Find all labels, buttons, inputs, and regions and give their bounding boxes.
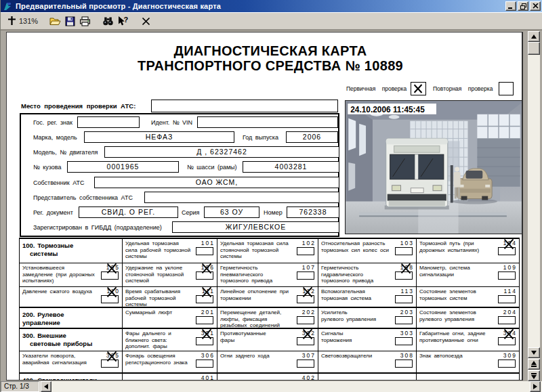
close-icon (533, 3, 539, 9)
item-code: 109 (495, 264, 517, 271)
scroll-up-button[interactable] (528, 31, 540, 42)
item-code-block: 306 (193, 352, 213, 368)
find-button[interactable] (100, 14, 115, 28)
prev-page-button[interactable] (528, 359, 540, 370)
item-code: 108 (392, 264, 414, 271)
check-item-cell: Габаритные огни, задние противотуманные … (416, 329, 519, 351)
result-box (498, 295, 516, 303)
check-item-cell: Герметичность пневматического тормозного… (217, 263, 318, 286)
result-box (395, 337, 413, 345)
item-code-block: 201 (193, 309, 213, 324)
check-item-cell: Усилитель рулевого управления203 (318, 308, 416, 328)
cell-label: 200. Рулевое управление (20, 308, 122, 326)
next-page-button[interactable] (528, 370, 540, 381)
scroll-down-button[interactable] (528, 347, 540, 358)
cell-label (318, 374, 416, 375)
minimize-button[interactable] (505, 1, 516, 11)
vertical-scrollbar[interactable] (528, 31, 540, 381)
svg-text:?: ? (123, 16, 128, 24)
number-value: 762338 (287, 206, 339, 218)
check-item-cell: Удержание на уклоне стояночной тормозной… (122, 263, 217, 286)
item-code: 203 (392, 309, 414, 315)
item-code: 305 (98, 352, 120, 359)
gibdd-value: ЖИГУЛЕВСКОЕ (172, 221, 339, 233)
result-box (297, 316, 314, 324)
item-code-block: 102 (294, 240, 314, 255)
item-code: 111 (193, 288, 215, 295)
item-code-block: 309 (495, 352, 516, 368)
result-box (498, 337, 516, 345)
owner-rep-value (144, 192, 339, 203)
result-box (196, 247, 213, 255)
item-code-block: 114 (495, 288, 516, 303)
check-item-cell (318, 374, 416, 380)
item-code-block: 302 (294, 330, 314, 345)
vertical-scrollbar-thumb[interactable] (528, 42, 540, 55)
minimize-icon (508, 3, 514, 9)
chassis-label: № шасси (рамы) (187, 164, 237, 171)
owner-value: ОАО ЖСМ, (94, 177, 339, 188)
item-code: 307 (294, 352, 316, 359)
series-value: 63 ОУ (204, 206, 259, 218)
item-code: 308 (392, 352, 414, 359)
check-item-cell: Удельная тормозная сила рабочей тормозно… (122, 239, 217, 263)
bus (386, 138, 448, 206)
repeat-check-box (499, 82, 514, 95)
context-help-button[interactable]: ? (115, 14, 130, 28)
result-box (196, 295, 213, 303)
arrow-up-icon (531, 35, 537, 39)
x-mark (413, 83, 423, 94)
open-button[interactable] (47, 14, 62, 28)
close-button[interactable] (530, 1, 541, 11)
check-item-cell: Относительная разность тормозных сил кол… (318, 239, 416, 263)
engine-value: Д , 62327462 (104, 146, 339, 158)
page-indicator: Стр. 1/3 (1, 381, 39, 392)
window-title: Предварительный просмотр - Диагностическ… (16, 2, 505, 10)
item-code: 204 (495, 309, 517, 315)
result-box (297, 271, 314, 280)
item-code: 301 (193, 330, 215, 336)
field-row: Марка, модель НЕФАЗ Год выпуска 2006 (21, 130, 338, 145)
item-code-block: 107 (294, 264, 314, 280)
app-logo-icon (3, 1, 13, 12)
result-box (395, 295, 413, 303)
item-code: 303 (392, 330, 414, 336)
prev-page-icon (531, 361, 537, 365)
result-box (498, 316, 516, 324)
statusbar: Стр. 1/3 (1, 381, 542, 392)
primary-check-label: Первичная проверка (346, 85, 406, 92)
item-code-block: 113 (392, 288, 413, 303)
preview-area: ДИАГНОСТИЧЕСКАЯ КАРТА ТРАНСПОРТНОГО СРЕД… (1, 30, 542, 381)
table-row: 400. Стеклоочистители401402 (20, 372, 519, 380)
check-item-cell: Манометр, система сигнализации109 (416, 263, 519, 286)
check-item-cell: Установившееся замедление (при дорожных … (20, 263, 122, 286)
zoom-tool-button[interactable] (4, 14, 19, 28)
item-code-block: 112 (294, 288, 314, 303)
check-item-cell: Перемещение деталей, люфты, фиксация рез… (217, 308, 318, 328)
check-item-cell: Огни заднего хода307 (217, 351, 318, 372)
check-item-cell: Состояние элементов тормозных систем114 (416, 287, 519, 307)
result-box (395, 271, 413, 280)
check-item-cell: Сигналы торможения303 (318, 329, 416, 351)
restore-button[interactable] (518, 1, 528, 11)
horizontal-scrollbar[interactable] (41, 381, 542, 392)
item-code-block: 305 (98, 352, 119, 368)
toolbar: 131% (1, 12, 542, 30)
field-row: Собственник АТС ОАО ЖСМ, (21, 175, 338, 190)
check-item-cell: Указатели поворота, аварийная сигнализац… (20, 351, 122, 372)
arrow-right-icon (533, 384, 537, 389)
scroll-right-button[interactable] (530, 381, 541, 392)
document-title-line2: ТРАНСПОРТНОГО СРЕДСТВА № 10889 (19, 58, 522, 73)
check-item-cell: Фары дальнего и ближнего света: дополнит… (122, 329, 217, 351)
result-box (498, 247, 516, 255)
save-button[interactable] (62, 14, 77, 28)
print-button[interactable] (77, 14, 92, 28)
item-code: 110 (98, 288, 120, 295)
scroll-left-button[interactable] (41, 381, 51, 392)
inspection-place-row: Место проведения проверки АТС: (7, 100, 346, 114)
close-preview-button[interactable] (138, 14, 153, 28)
check-item-cell: Фонарь освещения регистрационного знака3… (122, 351, 217, 372)
document-title: ДИАГНОСТИЧЕСКАЯ КАРТА ТРАНСПОРТНОГО СРЕД… (7, 43, 522, 73)
item-code: 114 (495, 288, 517, 295)
arrow-down-icon (531, 351, 537, 355)
